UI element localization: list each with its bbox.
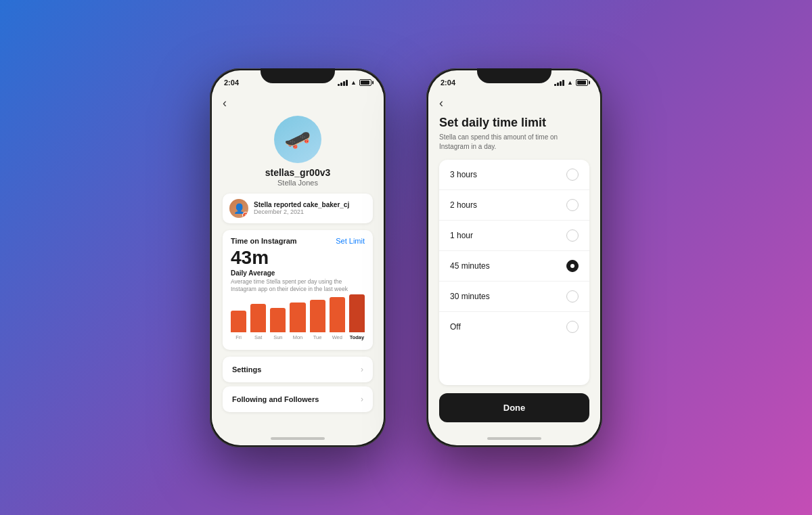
bar-tue-rect xyxy=(310,300,325,332)
battery-icon-1 xyxy=(359,79,371,86)
done-button[interactable]: Done xyxy=(439,393,589,422)
avatar: 🛹 xyxy=(274,116,321,163)
report-date: December 2, 2021 xyxy=(254,208,366,215)
followers-chevron: › xyxy=(361,395,363,404)
status-time-2: 2:04 xyxy=(441,79,455,87)
bar-chart: Fri Sat Sun Mon xyxy=(231,300,365,340)
bar-sat: Sat xyxy=(250,304,266,340)
set-limit-button[interactable]: Set Limit xyxy=(336,237,365,245)
option-45min-radio[interactable] xyxy=(566,260,579,272)
option-off-radio[interactable] xyxy=(566,321,579,333)
option-1hour-radio[interactable] xyxy=(566,229,579,242)
notch-2 xyxy=(477,68,551,83)
option-3hours-label: 3 hours xyxy=(450,170,477,179)
time-header: Time on Instagram Set Limit xyxy=(231,237,365,245)
timelimit-screen: ‹ Set daily time limit Stella can spend … xyxy=(428,92,600,432)
report-text: Stella reported cake_baker_cj December 2… xyxy=(254,201,366,215)
profile-avatar-area: 🛹 stellas_gr00v3 Stella Jones xyxy=(223,116,373,187)
bar-sun-rect xyxy=(270,308,286,332)
bar-fri-rect xyxy=(231,311,246,332)
option-off-label: Off xyxy=(450,322,461,332)
time-value: 43m xyxy=(231,248,365,269)
option-2hours[interactable]: 2 hours xyxy=(439,190,589,221)
option-off[interactable]: Off xyxy=(439,312,589,342)
bar-sun-label: Sun xyxy=(273,334,282,340)
timelimit-subtitle: Stella can spend this amount of time on … xyxy=(439,133,589,152)
settings-label: Settings xyxy=(232,365,261,374)
option-2hours-label: 2 hours xyxy=(450,200,477,210)
bar-mon-label: Mon xyxy=(293,334,303,340)
settings-chevron: › xyxy=(361,365,363,374)
status-time-1: 2:04 xyxy=(224,79,239,87)
report-title: Stella reported cake_baker_cj xyxy=(254,201,366,208)
bar-mon: Mon xyxy=(290,303,305,340)
back-button-2[interactable]: ‹ xyxy=(439,96,455,110)
battery-icon-2 xyxy=(576,79,588,86)
time-label: Time on Instagram xyxy=(231,237,297,245)
bar-today-label: Today xyxy=(350,334,365,340)
option-30min[interactable]: 30 minutes xyxy=(439,282,589,312)
option-1hour[interactable]: 1 hour xyxy=(439,221,589,251)
home-indicator-1 xyxy=(212,432,384,445)
phone-1: 2:04 ▲ ‹ 🛹 st xyxy=(210,68,386,447)
option-3hours[interactable]: 3 hours xyxy=(439,160,589,190)
status-icons-2: ▲ xyxy=(554,79,588,86)
signal-icon-1 xyxy=(338,79,348,86)
wifi-icon-2: ▲ xyxy=(567,79,573,86)
profile-username: stellas_gr00v3 xyxy=(265,167,331,178)
bar-wed-label: Wed xyxy=(332,334,342,340)
daily-desc: Average time Stella spent per day using … xyxy=(231,278,365,293)
profile-screen: ‹ 🛹 stellas_gr00v3 Stella Jones 👤 ! Stel… xyxy=(212,92,384,432)
bar-wed-rect xyxy=(330,297,345,332)
bar-wed: Wed xyxy=(330,297,345,340)
bar-today: Today xyxy=(349,294,365,340)
report-card: 👤 ! Stella reported cake_baker_cj Decemb… xyxy=(223,194,373,223)
report-badge: ! xyxy=(242,212,248,218)
wifi-icon-1: ▲ xyxy=(351,79,357,86)
home-bar-1 xyxy=(271,437,325,440)
back-button-1[interactable]: ‹ xyxy=(223,96,239,110)
bar-sun: Sun xyxy=(270,308,286,340)
bar-mon-rect xyxy=(290,303,305,332)
time-section: Time on Instagram Set Limit 43m Daily Av… xyxy=(223,230,373,351)
phone-2: 2:04 ▲ ‹ Set daily time limit Stella can… xyxy=(426,68,602,447)
followers-card[interactable]: Following and Followers › xyxy=(223,386,373,412)
option-1hour-label: 1 hour xyxy=(450,231,473,240)
settings-card[interactable]: Settings › xyxy=(223,357,373,382)
option-45min-label: 45 minutes xyxy=(450,261,490,271)
bar-tue: Tue xyxy=(310,300,325,340)
bar-sat-rect xyxy=(250,304,266,332)
followers-label: Following and Followers xyxy=(232,395,319,403)
bar-tue-label: Tue xyxy=(313,334,322,340)
option-30min-label: 30 minutes xyxy=(450,292,490,301)
home-indicator-2 xyxy=(428,432,600,445)
options-list: 3 hours 2 hours 1 hour 45 minutes 30 min… xyxy=(439,160,589,384)
report-icon: 👤 ! xyxy=(229,199,248,218)
notch-1 xyxy=(261,68,335,83)
done-btn-area: Done xyxy=(439,385,589,428)
option-2hours-radio[interactable] xyxy=(566,199,579,211)
option-3hours-radio[interactable] xyxy=(566,169,579,181)
avatar-image: 🛹 xyxy=(284,129,311,150)
option-45min[interactable]: 45 minutes xyxy=(439,251,589,282)
bar-fri-label: Fri xyxy=(235,334,242,340)
status-icons-1: ▲ xyxy=(338,79,371,86)
bar-sat-label: Sat xyxy=(254,334,262,340)
bar-fri: Fri xyxy=(231,311,246,340)
daily-avg-label: Daily Average xyxy=(231,269,365,277)
signal-icon-2 xyxy=(554,79,564,86)
profile-realname: Stella Jones xyxy=(277,179,318,187)
timelimit-title: Set daily time limit xyxy=(439,116,589,131)
option-30min-radio[interactable] xyxy=(566,290,579,303)
bottom-cards: Settings › Following and Followers › xyxy=(223,357,373,416)
bar-today-rect xyxy=(349,294,365,332)
home-bar-2 xyxy=(487,437,541,440)
